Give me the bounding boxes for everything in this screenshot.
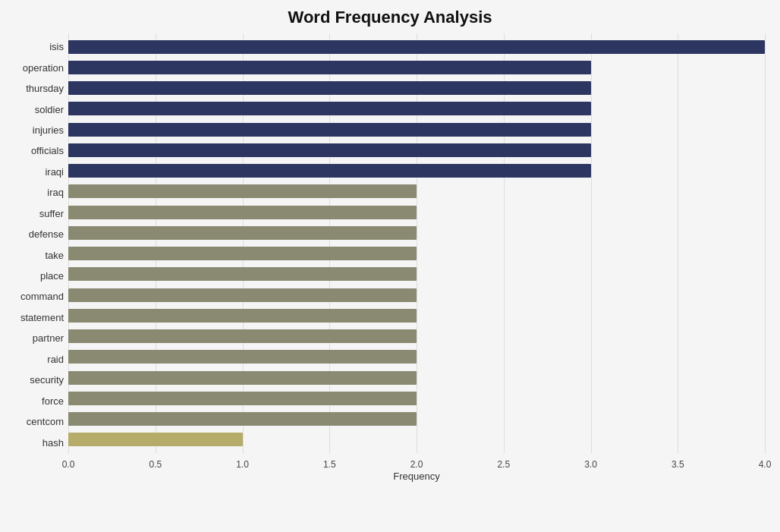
y-label: injuries (15, 120, 64, 140)
bar (68, 392, 417, 405)
x-tick-label: 2.0 (410, 459, 423, 470)
bar (68, 412, 417, 426)
bar-row (68, 389, 765, 408)
bar-row (68, 327, 765, 345)
bar (68, 61, 591, 74)
bar-row (68, 286, 765, 304)
y-label: officials (15, 141, 64, 161)
bar (68, 184, 417, 198)
bar-row (68, 348, 765, 366)
bar-row (68, 182, 765, 200)
bar-row (68, 162, 765, 180)
chart-title: Word Frequency Analysis (15, 8, 765, 27)
grid-and-bars: 0.00.51.01.52.02.53.03.54.0 Frequency (68, 33, 765, 482)
x-axis: 0.00.51.01.52.02.53.03.54.0 Frequency (68, 453, 765, 482)
bar (68, 226, 417, 240)
bar (68, 433, 243, 446)
bar-row (68, 244, 765, 263)
y-label: raid (15, 349, 64, 369)
bar (68, 164, 591, 178)
x-axis-label: Frequency (68, 471, 765, 482)
y-label: suffer (15, 203, 64, 223)
y-label: force (15, 391, 64, 411)
bar-row (68, 224, 765, 242)
bar-row (68, 38, 765, 56)
bar-row (68, 265, 765, 283)
plot-area: 0.00.51.01.52.02.53.03.54.0 Frequency (68, 33, 765, 482)
chart-container: Word Frequency Analysis isisoperationthu… (0, 0, 780, 532)
bar-row (68, 410, 765, 428)
bar (68, 143, 591, 157)
x-tick-label: 1.5 (323, 459, 336, 470)
y-label: thursday (15, 79, 64, 99)
bar-row (68, 58, 765, 77)
y-label: security (15, 370, 64, 390)
bars-wrapper (68, 33, 765, 453)
y-label: iraq (15, 183, 64, 203)
y-label: centcom (15, 412, 64, 432)
bar-row (68, 141, 765, 159)
y-label: isis (15, 37, 64, 57)
bar-row (68, 307, 765, 325)
x-tick-label: 3.5 (671, 459, 684, 470)
grid-line (765, 33, 766, 453)
x-tick-label: 4.0 (759, 459, 772, 470)
y-label: iraqi (15, 162, 64, 181)
bar (68, 247, 417, 260)
y-label: partner (15, 329, 64, 348)
x-tick-label: 2.5 (497, 459, 510, 470)
y-labels: isisoperationthursdaysoldierinjuriesoffi… (15, 33, 68, 482)
chart-area: isisoperationthursdaysoldierinjuriesoffi… (15, 33, 765, 482)
bar-row (68, 79, 765, 97)
bar (68, 206, 417, 219)
bar (68, 288, 417, 302)
bar (68, 329, 417, 343)
bar (68, 267, 417, 281)
y-label: place (15, 266, 64, 286)
x-tick-container: 0.00.51.01.52.02.53.03.54.0 (68, 455, 765, 470)
bar-row (68, 203, 765, 222)
y-label: defense (15, 225, 64, 244)
bar (68, 40, 765, 54)
bar (68, 81, 591, 95)
y-label: hash (15, 433, 64, 452)
x-tick-label: 0.5 (149, 459, 162, 470)
bar-row (68, 121, 765, 139)
y-label: soldier (15, 99, 64, 119)
bar (68, 123, 591, 137)
x-tick-label: 1.0 (236, 459, 249, 470)
y-label: take (15, 245, 64, 265)
bar (68, 350, 417, 364)
bar-row (68, 369, 765, 387)
bar-row (68, 430, 765, 449)
bar (68, 371, 417, 385)
x-tick-label: 0.0 (62, 459, 75, 470)
bar (68, 309, 417, 323)
bar-row (68, 99, 765, 118)
bar (68, 102, 591, 115)
x-tick-label: 3.0 (584, 459, 597, 470)
y-label: statement (15, 307, 64, 327)
y-label: operation (15, 58, 64, 77)
y-label: command (15, 287, 64, 307)
